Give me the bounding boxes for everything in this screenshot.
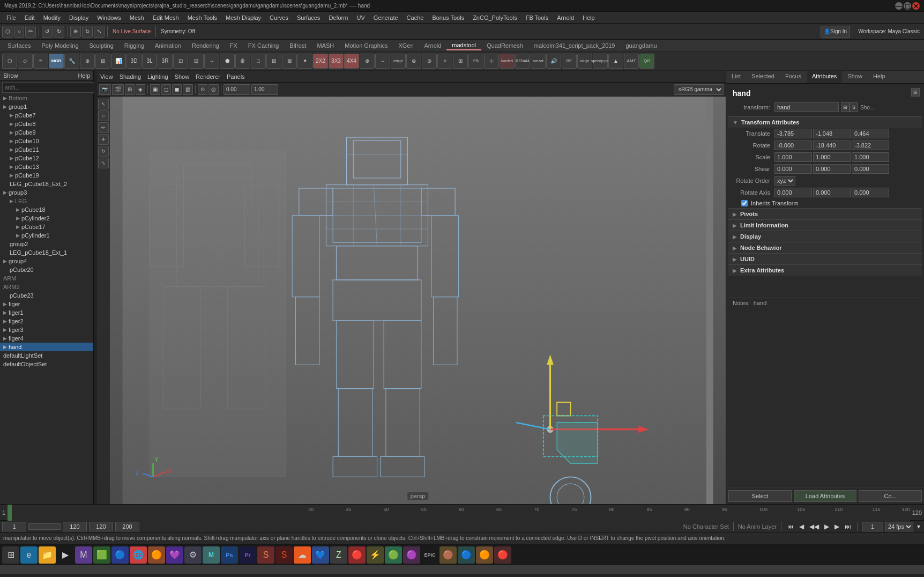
shelf-icon-23[interactable]: 4X4: [344, 54, 359, 69]
vp-tool-rotate[interactable]: ↻: [98, 146, 109, 157]
ol-item-defaultobjectset[interactable]: defaultObjectSet: [0, 360, 93, 368]
pb-frame-end-input[interactable]: [63, 522, 87, 531]
shelf-icon-align[interactable]: align: [577, 54, 592, 69]
pb-go-to-end[interactable]: ⏭: [843, 522, 853, 531]
vp-menu-show[interactable]: Show: [175, 73, 190, 80]
ae-rotate-y[interactable]: -18.440: [813, 140, 851, 150]
menu-edit[interactable]: Edit: [20, 13, 39, 22]
shelf-icon-2[interactable]: ◇: [18, 54, 33, 69]
viewport-3d-content[interactable]: X Y Z persp: [110, 97, 726, 504]
ae-load-attributes-button[interactable]: Load Attributes: [794, 490, 857, 502]
vp-btn-isolate[interactable]: ⊙: [198, 84, 207, 95]
menu-generate[interactable]: Generate: [369, 13, 403, 22]
taskbar-cmd[interactable]: ▶: [57, 546, 74, 564]
taskbar-substance2[interactable]: S: [275, 546, 293, 564]
shelf-tab-animation[interactable]: Animation: [150, 41, 187, 50]
shelf-icon-smart[interactable]: smart: [531, 54, 546, 69]
ae-copy-button[interactable]: Co...: [859, 490, 922, 502]
help-label[interactable]: Help: [78, 72, 90, 79]
ol-item-pcube7[interactable]: ▶pCube7: [0, 111, 93, 120]
shelf-icon-edge[interactable]: edge: [391, 54, 406, 69]
timeline-ruler[interactable]: 40 45 50 55 60 65 70 75 80 85 90 95 100 …: [8, 505, 910, 521]
ol-item-figer[interactable]: ▶figer: [0, 300, 93, 308]
shelf-tab-xgen[interactable]: XGen: [393, 41, 419, 50]
vp-tool-move[interactable]: ✛: [98, 134, 109, 145]
vp-tool-paint[interactable]: ✏: [98, 122, 109, 133]
shelf-icon-9[interactable]: 3D: [126, 54, 141, 69]
maximize-button[interactable]: □: [904, 2, 911, 10]
ol-item-hand[interactable]: ▶hand: [0, 343, 93, 351]
pb-anim-end-input[interactable]: [89, 522, 113, 531]
timeline-current-frame[interactable]: [8, 505, 12, 521]
taskbar-app5[interactable]: 💜: [166, 546, 183, 564]
menu-bonus-tools[interactable]: Bonus Tools: [428, 13, 468, 22]
taskbar-premiere[interactable]: Pr: [239, 546, 256, 564]
shelf-tab-madstool[interactable]: madstool: [446, 41, 481, 50]
shelf-icon-21[interactable]: 2X2: [313, 54, 328, 69]
pb-play-backward[interactable]: ◀◀: [808, 522, 821, 531]
taskbar-explorer[interactable]: 📁: [39, 546, 56, 564]
ae-shear-y[interactable]: 0.000: [813, 164, 851, 174]
pb-settings-btn[interactable]: ▾: [915, 522, 922, 531]
close-button[interactable]: ✕: [912, 2, 920, 10]
vp-menu-lighting[interactable]: Lighting: [147, 73, 168, 80]
shelf-icon-7[interactable]: ⊞: [95, 54, 110, 69]
shelf-icon-16[interactable]: 🗑: [235, 54, 250, 69]
ae-tab-attributes[interactable]: Attributes: [807, 71, 842, 83]
ol-item-arm2[interactable]: ARM2: [0, 283, 93, 291]
taskbar-app13[interactable]: 🔵: [458, 546, 475, 564]
ae-scale-z[interactable]: 1.000: [852, 152, 889, 162]
vp-menu-renderer[interactable]: Renderer: [196, 73, 220, 80]
vp-btn-xray[interactable]: ◎: [208, 84, 219, 95]
ae-shear-z[interactable]: 0.000: [852, 164, 889, 174]
vp-menu-panels[interactable]: Panels: [227, 73, 245, 80]
vp-menu-shading[interactable]: Shading: [120, 73, 141, 80]
taskbar-app12[interactable]: 🟤: [439, 546, 457, 564]
toolbar-paint[interactable]: ✏: [25, 26, 36, 38]
vp-btn-film[interactable]: 🎬: [112, 84, 124, 95]
toolbar-lasso[interactable]: ○: [14, 26, 24, 38]
viewport-canvas[interactable]: ↖ ○ ✏ ✛ ↻ ⤡: [97, 97, 726, 504]
ol-item-leg[interactable]: ▶LEG: [0, 197, 93, 205]
toolbar-select[interactable]: ⬡: [2, 26, 13, 38]
shelf-icon-27[interactable]: ⊚: [422, 54, 437, 69]
ae-tab-list[interactable]: List: [726, 71, 746, 83]
shelf-icon-30[interactable]: ⊹: [484, 54, 499, 69]
ae-section-transform[interactable]: ▼ Transform Attributes: [728, 116, 922, 128]
shelf-icon-31[interactable]: 🔊: [546, 54, 561, 69]
ol-item-group4[interactable]: ▶group4: [0, 257, 93, 265]
shelf-icon-24[interactable]: ⊕: [360, 54, 375, 69]
shelf-tab-motiongraphics[interactable]: Motion Graphics: [339, 41, 393, 50]
menu-surfaces[interactable]: Surfaces: [293, 13, 324, 22]
ol-item-pcube19[interactable]: ▶pCube19: [0, 171, 93, 180]
taskbar-app8[interactable]: 🔴: [348, 546, 366, 564]
vp-btn-wireframe[interactable]: ◻: [161, 84, 171, 95]
menu-modify[interactable]: Modify: [39, 13, 65, 22]
taskbar-photoshop[interactable]: Ps: [221, 546, 238, 564]
taskbar-app4[interactable]: 🟠: [148, 546, 165, 564]
shelf-icon-25[interactable]: →: [375, 54, 390, 69]
ae-resize-btn[interactable]: ⊞: [911, 88, 920, 97]
ae-section-node-behavior[interactable]: ▶ Node Behavior: [728, 242, 922, 253]
ol-item-group1[interactable]: ▶group1: [0, 102, 93, 111]
shelf-icon-15[interactable]: ⬢: [220, 54, 235, 69]
ae-section-uuid[interactable]: ▶ UUID: [728, 253, 922, 264]
ol-item-pcube11[interactable]: ▶pCube11: [0, 145, 93, 154]
taskbar-app6[interactable]: ⚙: [184, 546, 202, 564]
ol-item-group2[interactable]: group2: [0, 240, 93, 248]
shelf-icon-amt[interactable]: AMT: [624, 54, 639, 69]
shelf-icon-28[interactable]: ✧: [437, 54, 452, 69]
ae-tab-help[interactable]: Help: [868, 71, 891, 83]
shelf-icon-29[interactable]: ⊞: [453, 54, 468, 69]
vp-btn-select-mode[interactable]: ▣: [150, 84, 160, 95]
vp-colorspace-select[interactable]: sRGB gamma: [674, 84, 724, 95]
shelf-icon-harded[interactable]: harded: [500, 54, 515, 69]
sign-in-button[interactable]: 👤 Sign In: [821, 26, 850, 38]
vp-tool-select[interactable]: ↖: [98, 99, 109, 109]
timeline-area[interactable]: 1 40 45 50 55 60 65 70 75 80 85 90 95 10…: [0, 504, 924, 520]
menu-fb-tools[interactable]: FB Tools: [521, 13, 553, 22]
ol-item-defaultlightset[interactable]: defaultLightSet: [0, 351, 93, 360]
ol-item-pcube8[interactable]: ▶pCube8: [0, 120, 93, 128]
menu-windows[interactable]: Windows: [93, 13, 125, 22]
shelf-icon-20[interactable]: ✦: [297, 54, 312, 69]
